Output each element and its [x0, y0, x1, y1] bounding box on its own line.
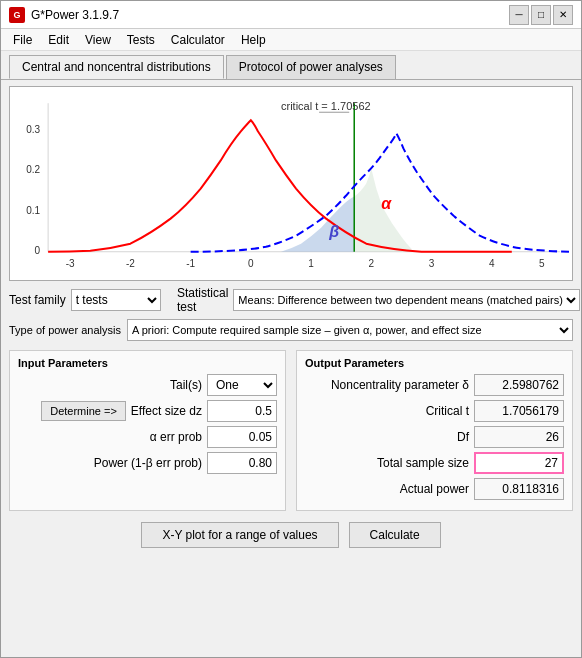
tab-protocol[interactable]: Protocol of power analyses	[226, 55, 396, 79]
output-params-title: Output Parameters	[305, 357, 564, 369]
statistical-test-group: Statistical test Means: Difference betwe…	[177, 286, 580, 314]
svg-text:3: 3	[429, 258, 435, 269]
close-button[interactable]: ✕	[553, 5, 573, 25]
svg-text:0.3: 0.3	[26, 124, 40, 135]
actual-power-value	[474, 478, 564, 500]
main-window: G G*Power 3.1.9.7 ─ □ ✕ File Edit View T…	[0, 0, 582, 658]
svg-text:5: 5	[539, 258, 545, 269]
effect-size-row: Determine => Effect size dz	[18, 400, 277, 422]
svg-text:4: 4	[489, 258, 495, 269]
output-parameters-box: Output Parameters Noncentrality paramete…	[296, 350, 573, 511]
power-type-row: Type of power analysis A priori: Compute…	[9, 319, 573, 341]
svg-text:-3: -3	[66, 258, 75, 269]
power-row: Power (1-β err prob)	[18, 452, 277, 474]
alpha-err-label: α err prob	[18, 430, 202, 444]
svg-text:critical t = 1.70562: critical t = 1.70562	[281, 100, 371, 112]
test-family-label: Test family	[9, 293, 66, 307]
power-label: Power (1-β err prob)	[18, 456, 202, 470]
menu-view[interactable]: View	[77, 31, 119, 49]
app-icon: G	[9, 7, 25, 23]
menu-bar: File Edit View Tests Calculator Help	[1, 29, 581, 51]
total-sample-label: Total sample size	[305, 456, 469, 470]
alpha-err-row: α err prob	[18, 426, 277, 448]
svg-text:0.2: 0.2	[26, 164, 40, 175]
tails-select[interactable]: One Two	[207, 374, 277, 396]
critical-t-label: Critical t	[305, 404, 469, 418]
window-controls: ─ □ ✕	[509, 5, 573, 25]
determine-button[interactable]: Determine =>	[41, 401, 126, 421]
effect-size-label: Effect size dz	[131, 404, 202, 418]
title-bar: G G*Power 3.1.9.7 ─ □ ✕	[1, 1, 581, 29]
test-family-row: Test family t tests Statistical test Mea…	[9, 286, 573, 314]
xy-plot-button[interactable]: X-Y plot for a range of values	[141, 522, 338, 548]
power-type-label: Type of power analysis	[9, 324, 121, 336]
ncp-row: Noncentrality parameter δ	[305, 374, 564, 396]
title-bar-left: G G*Power 3.1.9.7	[9, 7, 119, 23]
menu-file[interactable]: File	[5, 31, 40, 49]
chart-area: 0.3 0.2 0.1 0 -3 -2 -1 0 1 2 3 4 5	[9, 86, 573, 281]
df-label: Df	[305, 430, 469, 444]
menu-edit[interactable]: Edit	[40, 31, 77, 49]
tab-central-distributions[interactable]: Central and noncentral distributions	[9, 55, 224, 79]
svg-text:-1: -1	[186, 258, 195, 269]
actual-power-row: Actual power	[305, 478, 564, 500]
svg-text:2: 2	[368, 258, 374, 269]
tails-row: Tail(s) One Two	[18, 374, 277, 396]
df-value	[474, 426, 564, 448]
svg-text:0: 0	[35, 245, 41, 256]
calculate-button[interactable]: Calculate	[349, 522, 441, 548]
alpha-err-input[interactable]	[207, 426, 277, 448]
ncp-label: Noncentrality parameter δ	[305, 378, 469, 392]
maximize-button[interactable]: □	[531, 5, 551, 25]
window-title: G*Power 3.1.9.7	[31, 8, 119, 22]
actual-power-label: Actual power	[305, 482, 469, 496]
input-params-title: Input Parameters	[18, 357, 277, 369]
statistical-test-select[interactable]: Means: Difference between two dependent …	[233, 289, 580, 311]
total-sample-value	[474, 452, 564, 474]
svg-text:1: 1	[308, 258, 314, 269]
parameters-section: Input Parameters Tail(s) One Two Determi…	[9, 350, 573, 511]
minimize-button[interactable]: ─	[509, 5, 529, 25]
effect-size-input[interactable]	[207, 400, 277, 422]
menu-tests[interactable]: Tests	[119, 31, 163, 49]
tails-label: Tail(s)	[18, 378, 202, 392]
power-type-select[interactable]: A priori: Compute required sample size –…	[127, 319, 573, 341]
tabs-row: Central and noncentral distributions Pro…	[1, 51, 581, 80]
statistical-test-label: Statistical test	[177, 286, 228, 314]
test-family-select[interactable]: t tests	[71, 289, 161, 311]
power-input[interactable]	[207, 452, 277, 474]
critical-t-value	[474, 400, 564, 422]
test-family-group: Test family t tests	[9, 289, 169, 311]
menu-help[interactable]: Help	[233, 31, 274, 49]
svg-text:0.1: 0.1	[26, 205, 40, 216]
svg-text:-2: -2	[126, 258, 135, 269]
svg-text:0: 0	[248, 258, 254, 269]
main-content: 0.3 0.2 0.1 0 -3 -2 -1 0 1 2 3 4 5	[1, 80, 581, 657]
ncp-value	[474, 374, 564, 396]
svg-text:β: β	[328, 222, 339, 240]
input-parameters-box: Input Parameters Tail(s) One Two Determi…	[9, 350, 286, 511]
total-sample-row: Total sample size	[305, 452, 564, 474]
critical-t-row: Critical t	[305, 400, 564, 422]
menu-calculator[interactable]: Calculator	[163, 31, 233, 49]
svg-text:α: α	[381, 194, 392, 212]
bottom-buttons: X-Y plot for a range of values Calculate	[9, 516, 573, 552]
df-row: Df	[305, 426, 564, 448]
